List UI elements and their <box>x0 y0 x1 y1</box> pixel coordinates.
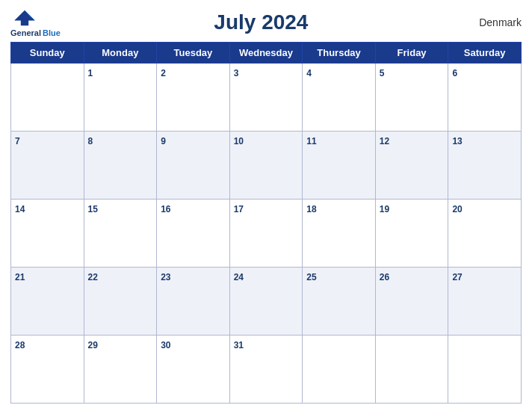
calendar-cell: 12 <box>375 132 448 200</box>
day-number: 31 <box>234 340 244 350</box>
calendar-cell: 7 <box>11 132 84 200</box>
day-number: 25 <box>306 272 316 282</box>
weekday-header-row: Sunday Monday Tuesday Wednesday Thursday… <box>11 43 522 64</box>
calendar-cell: 5 <box>375 64 448 132</box>
calendar-week-row: 28293031 <box>11 335 522 403</box>
calendar-cell: 15 <box>84 200 157 268</box>
day-number: 8 <box>88 136 93 146</box>
calendar-cell <box>303 335 376 403</box>
day-number: 22 <box>88 272 98 282</box>
logo-text-general: General <box>10 28 41 37</box>
calendar-cell: 23 <box>157 268 230 336</box>
calendar-week-row: 123456 <box>11 64 522 132</box>
calendar-table: Sunday Monday Tuesday Wednesday Thursday… <box>10 42 522 404</box>
day-number: 19 <box>380 204 389 214</box>
day-number: 27 <box>452 272 462 282</box>
col-sunday: Sunday <box>11 43 84 64</box>
day-number: 13 <box>452 136 462 146</box>
calendar-cell: 8 <box>84 132 157 200</box>
calendar-cell <box>448 335 522 403</box>
day-number: 1 <box>88 68 93 78</box>
day-number: 26 <box>380 272 389 282</box>
day-number: 23 <box>161 272 170 282</box>
calendar-cell <box>11 64 84 132</box>
day-number: 20 <box>452 204 462 214</box>
calendar-week-row: 21222324252627 <box>11 268 522 336</box>
calendar-cell: 16 <box>157 200 230 268</box>
calendar-cell: 18 <box>303 200 376 268</box>
day-number: 3 <box>234 68 239 78</box>
day-number: 5 <box>380 68 385 78</box>
calendar-cell: 26 <box>375 268 448 336</box>
day-number: 7 <box>15 136 20 146</box>
day-number: 18 <box>306 204 316 214</box>
calendar-header: General Blue July 2024 Denmark <box>10 7 522 37</box>
calendar-cell: 24 <box>229 268 303 336</box>
day-number: 9 <box>161 136 166 146</box>
calendar-cell: 10 <box>229 132 303 200</box>
logo-area: General Blue <box>10 7 61 37</box>
calendar-cell: 17 <box>229 200 303 268</box>
calendar-cell: 22 <box>84 268 157 336</box>
day-number: 6 <box>452 68 457 78</box>
day-number: 11 <box>306 136 316 146</box>
col-wednesday: Wednesday <box>229 43 303 64</box>
calendar-cell: 3 <box>229 64 303 132</box>
day-number: 10 <box>234 136 244 146</box>
calendar-cell: 28 <box>11 335 84 403</box>
logo-text-blue: Blue <box>43 28 61 37</box>
calendar-week-row: 14151617181920 <box>11 200 522 268</box>
calendar-cell: 27 <box>448 268 522 336</box>
calendar-cell: 6 <box>448 64 522 132</box>
country-label: Denmark <box>462 16 522 28</box>
calendar-title: July 2024 <box>214 10 308 34</box>
calendar-cell: 25 <box>303 268 376 336</box>
day-number: 4 <box>306 68 312 78</box>
calendar-cell: 19 <box>375 200 448 268</box>
calendar-cell: 21 <box>11 268 84 336</box>
col-tuesday: Tuesday <box>157 43 230 64</box>
day-number: 24 <box>234 272 244 282</box>
calendar-page: General Blue July 2024 Denmark Sunday Mo… <box>0 0 532 411</box>
day-number: 16 <box>161 204 170 214</box>
day-number: 14 <box>15 204 25 214</box>
day-number: 21 <box>15 272 25 282</box>
calendar-cell: 11 <box>303 132 376 200</box>
col-friday: Friday <box>375 43 448 64</box>
general-blue-logo-icon <box>10 7 39 28</box>
day-number: 29 <box>88 340 98 350</box>
calendar-cell: 29 <box>84 335 157 403</box>
day-number: 30 <box>161 340 170 350</box>
calendar-cell: 4 <box>303 64 376 132</box>
calendar-week-row: 78910111213 <box>11 132 522 200</box>
col-thursday: Thursday <box>303 43 376 64</box>
calendar-cell: 9 <box>157 132 230 200</box>
day-number: 15 <box>88 204 98 214</box>
calendar-cell: 2 <box>157 64 230 132</box>
calendar-cell: 20 <box>448 200 522 268</box>
col-monday: Monday <box>84 43 157 64</box>
day-number: 12 <box>380 136 389 146</box>
calendar-cell <box>375 335 448 403</box>
day-number: 28 <box>15 340 25 350</box>
col-saturday: Saturday <box>448 43 522 64</box>
calendar-cell: 31 <box>229 335 303 403</box>
calendar-title-area: July 2024 <box>61 10 462 34</box>
calendar-cell: 14 <box>11 200 84 268</box>
day-number: 2 <box>161 68 166 78</box>
calendar-cell: 1 <box>84 64 157 132</box>
day-number: 17 <box>234 204 244 214</box>
calendar-cell: 30 <box>157 335 230 403</box>
calendar-cell: 13 <box>448 132 522 200</box>
